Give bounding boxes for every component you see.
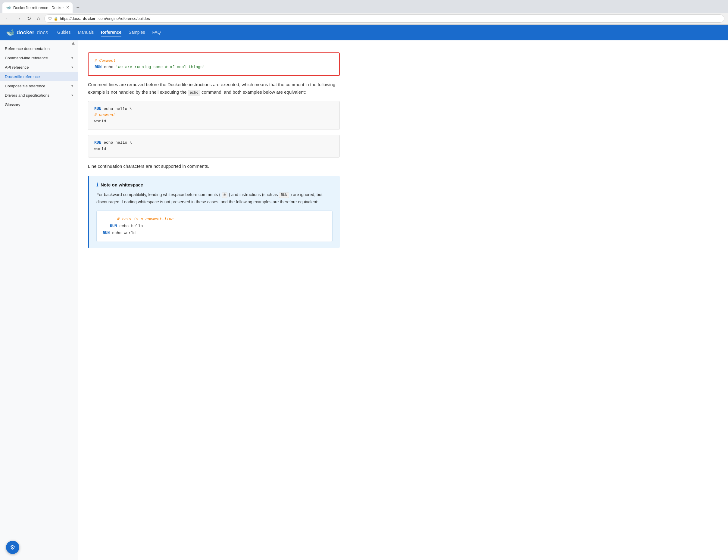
url-prefix: https://docs.	[60, 16, 81, 21]
code-keyword-run: RUN	[110, 224, 117, 228]
forward-button[interactable]: →	[14, 15, 23, 23]
code-keyword-run: RUN	[94, 107, 101, 111]
sidebar-item-api[interactable]: API reference ▾	[0, 63, 78, 72]
inline-code-run: RUN	[279, 192, 289, 198]
scroll-up-indicator: ▲	[71, 40, 76, 46]
code-comment: # comment	[94, 113, 115, 117]
back-button[interactable]: ←	[4, 15, 12, 23]
nav-manuals[interactable]: Manuals	[78, 29, 94, 36]
new-tab-button[interactable]: +	[74, 3, 82, 12]
chevron-down-icon: ▾	[71, 93, 73, 97]
sidebar-item-dockerfile[interactable]: Dockerfile reference	[0, 72, 78, 81]
logo-docs-text: docs	[37, 30, 48, 36]
code-comment-line: # Comment	[95, 58, 333, 64]
code-string: 'we are running some # of cool things'	[116, 65, 205, 69]
code-text: echo world	[112, 231, 136, 235]
note-paragraph: For backward compatibility, leading whit…	[96, 191, 333, 206]
code-echo-hello: echo hello \	[104, 140, 132, 145]
tab-bar: 🐋 Dockerfile reference | Docker × +	[0, 0, 728, 13]
chevron-down-icon: ▾	[71, 56, 73, 60]
active-tab[interactable]: 🐋 Dockerfile reference | Docker ×	[2, 2, 73, 13]
code-line-1: RUN echo hello \	[94, 140, 333, 146]
home-button[interactable]: ⌂	[35, 15, 42, 23]
tab-favicon: 🐋	[6, 5, 11, 10]
support-button[interactable]: ⚙	[6, 541, 19, 554]
browser-chrome: 🐋 Dockerfile reference | Docker × + ← → …	[0, 0, 728, 25]
code-line-3: world	[94, 118, 333, 125]
para2-text: Line continuation characters are not sup…	[88, 164, 209, 169]
note-code-line-2: RUN echo hello	[103, 223, 326, 230]
note-code-line-3: RUN echo world	[103, 230, 326, 236]
para1-end: command, and both examples below are equ…	[202, 89, 306, 95]
sidebar-item-label: Command-line reference	[5, 56, 48, 60]
note-title-text: Note on whitespace	[101, 182, 143, 187]
logo-docker-text: docker	[17, 30, 34, 36]
url-bar[interactable]: 🛡 🔒 https://docs.docker.com/engine/refer…	[44, 14, 724, 23]
sidebar-item-glossary[interactable]: Glossary	[0, 100, 78, 109]
docker-whale-icon: 🐋	[6, 29, 14, 36]
chevron-down-icon: ▾	[71, 65, 73, 69]
sidebar-item-label: Compose file reference	[5, 84, 45, 88]
main-content: # Comment RUN echo 'we are running some …	[78, 40, 349, 560]
inline-code-echo: echo	[188, 90, 200, 95]
url-domain: docker	[83, 16, 96, 21]
note-para1: For backward compatibility, leading whit…	[96, 192, 220, 197]
nav-reference[interactable]: Reference	[101, 29, 121, 36]
note-para2: ) and instructions (such as	[229, 192, 278, 197]
code-keyword-run: RUN	[95, 65, 102, 69]
lock-icon: 🔒	[54, 17, 58, 21]
code-keyword-run: RUN	[94, 140, 101, 145]
support-icon: ⚙	[10, 544, 15, 551]
info-icon: ℹ	[96, 182, 98, 188]
chevron-down-icon: ▾	[71, 84, 73, 88]
code-comment: # Comment	[95, 58, 116, 63]
sidebar-item-label: Glossary	[5, 102, 20, 107]
code-echo-hello: echo hello \	[104, 107, 132, 111]
paragraph-2: Line continuation characters are not sup…	[88, 162, 340, 170]
code-text: echo hello	[119, 224, 143, 228]
paragraph-1: Comment lines are removed before the Doc…	[88, 81, 340, 96]
code-block-3: RUN echo hello \ world	[88, 135, 340, 158]
sidebar-item-commandline[interactable]: Command-line reference ▾	[0, 53, 78, 63]
sidebar-item-reference-docs[interactable]: Reference documentation	[0, 44, 78, 53]
code-line-2: # comment	[94, 112, 333, 118]
note-code-block: # this is a comment-line RUN echo hello …	[96, 211, 333, 242]
code-block-2: RUN echo hello \ # comment world	[88, 101, 340, 130]
code-run-line: RUN echo 'we are running some # of cool …	[95, 64, 333, 70]
code-text: echo	[104, 65, 116, 69]
sidebar-item-label: Dockerfile reference	[5, 74, 40, 79]
nav-faq[interactable]: FAQ	[152, 29, 161, 36]
reload-button[interactable]: ↻	[25, 14, 33, 23]
code-world: world	[94, 147, 106, 151]
inline-code-hash: #	[222, 192, 227, 198]
note-box-whitespace: ℹ Note on whitespace For backward compat…	[88, 176, 340, 248]
code-keyword-run: RUN	[103, 231, 110, 235]
note-title: ℹ Note on whitespace	[96, 182, 333, 188]
site-header: 🐋 docker docs Guides Manuals Reference S…	[0, 25, 728, 40]
code-line-2: world	[94, 146, 333, 152]
sidebar: ▲ Reference documentation Command-line r…	[0, 40, 78, 560]
nav-guides[interactable]: Guides	[57, 29, 70, 36]
main-layout: ▲ Reference documentation Command-line r…	[0, 40, 728, 560]
tab-close-button[interactable]: ×	[66, 5, 69, 10]
note-code-comment: # this is a comment-line	[117, 217, 173, 221]
site-navigation: Guides Manuals Reference Samples FAQ	[57, 29, 161, 36]
code-world: world	[94, 119, 106, 124]
url-suffix: .com/engine/reference/builder/	[97, 16, 150, 21]
code-line-1: RUN echo hello \	[94, 106, 333, 112]
docker-logo[interactable]: 🐋 docker docs	[6, 29, 48, 36]
note-code-line-1: # this is a comment-line	[103, 216, 326, 223]
shield-icon: 🛡	[48, 17, 52, 21]
address-bar: ← → ↻ ⌂ 🛡 🔒 https://docs.docker.com/engi…	[0, 13, 728, 25]
sidebar-item-label: Reference documentation	[5, 46, 50, 51]
sidebar-item-label: API reference	[5, 65, 29, 70]
sidebar-item-drivers[interactable]: Drivers and specifications ▾	[0, 91, 78, 100]
nav-samples[interactable]: Samples	[129, 29, 145, 36]
sidebar-item-compose[interactable]: Compose file reference ▾	[0, 81, 78, 91]
sidebar-item-label: Drivers and specifications	[5, 93, 49, 98]
code-block-highlighted: # Comment RUN echo 'we are running some …	[88, 52, 340, 76]
tab-title: Dockerfile reference | Docker	[13, 5, 64, 10]
